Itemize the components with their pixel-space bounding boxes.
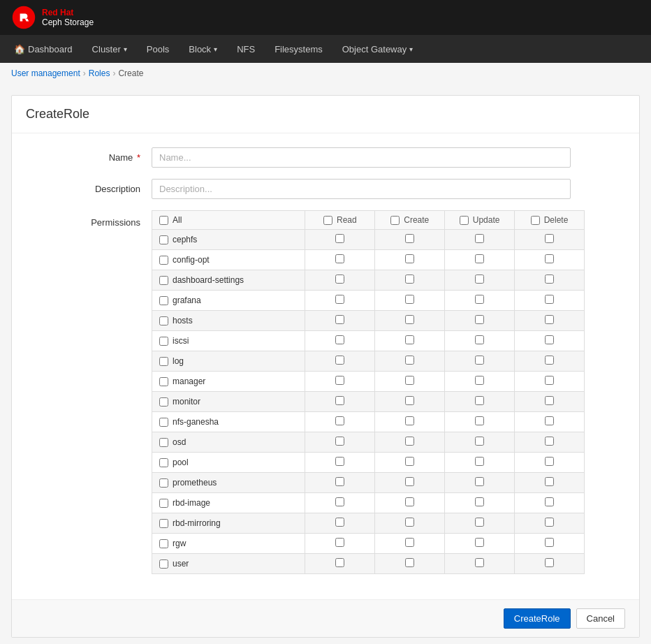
check-rgw-create[interactable] <box>405 538 414 547</box>
check-rbd-image-create[interactable] <box>405 497 414 506</box>
check-all-manager[interactable] <box>159 377 168 386</box>
check-rgw-update[interactable] <box>475 538 484 547</box>
nav-filesystems[interactable]: Filesystems <box>266 38 331 60</box>
check-pool-update[interactable] <box>475 457 484 466</box>
check-config-opt-delete[interactable] <box>545 254 554 263</box>
check-monitor-create[interactable] <box>405 396 414 405</box>
check-hosts-update[interactable] <box>475 315 484 324</box>
check-all-rbd-mirroring[interactable] <box>159 519 168 528</box>
check-grafana-create[interactable] <box>405 295 414 304</box>
check-rgw-read[interactable] <box>335 538 344 547</box>
check-hosts-create[interactable] <box>405 315 414 324</box>
check-grafana-read[interactable] <box>335 295 344 304</box>
description-input[interactable] <box>152 179 571 199</box>
check-nfs-ganesha-create[interactable] <box>405 416 414 425</box>
check-dashboard-settings-update[interactable] <box>475 275 484 284</box>
check-rbd-mirroring-read[interactable] <box>335 518 344 527</box>
check-osd-read[interactable] <box>335 437 344 446</box>
check-all-nfs-ganesha[interactable] <box>159 418 168 427</box>
check-manager-read[interactable] <box>335 376 344 385</box>
check-all-pool[interactable] <box>159 458 168 467</box>
check-prometheus-create[interactable] <box>405 477 414 486</box>
nav-cluster[interactable]: Cluster ▾ <box>84 38 136 60</box>
name-input[interactable] <box>152 147 571 168</box>
create-role-button[interactable]: CreateRole <box>504 608 571 629</box>
check-osd-delete[interactable] <box>545 437 554 446</box>
check-log-create[interactable] <box>405 356 414 365</box>
check-prometheus-delete[interactable] <box>545 477 554 486</box>
check-monitor-delete[interactable] <box>545 396 554 405</box>
check-cephfs-delete[interactable] <box>545 234 554 243</box>
check-all-user[interactable] <box>159 559 168 569</box>
check-iscsi-create[interactable] <box>405 335 414 344</box>
check-pool-create[interactable] <box>405 457 414 466</box>
check-rbd-image-read[interactable] <box>335 497 344 506</box>
check-rbd-image-update[interactable] <box>475 497 484 506</box>
check-config-opt-create[interactable] <box>405 254 414 263</box>
check-rbd-mirroring-update[interactable] <box>475 518 484 527</box>
check-osd-update[interactable] <box>475 437 484 446</box>
check-dashboard-settings-create[interactable] <box>405 275 414 284</box>
check-iscsi-delete[interactable] <box>545 335 554 344</box>
check-all-config-opt[interactable] <box>159 256 168 265</box>
check-nfs-ganesha-delete[interactable] <box>545 416 554 425</box>
check-all-hosts[interactable] <box>159 316 168 325</box>
check-hosts-read[interactable] <box>335 315 344 324</box>
check-hosts-delete[interactable] <box>545 315 554 324</box>
check-manager-create[interactable] <box>405 376 414 385</box>
check-cephfs-create[interactable] <box>405 234 414 243</box>
check-pool-delete[interactable] <box>545 457 554 466</box>
nav-object-gateway[interactable]: Object Gateway ▾ <box>334 38 422 60</box>
check-rbd-mirroring-create[interactable] <box>405 518 414 527</box>
check-nfs-ganesha-read[interactable] <box>335 416 344 425</box>
check-all-monitor[interactable] <box>159 397 168 407</box>
check-pool-read[interactable] <box>335 457 344 466</box>
nav-block[interactable]: Block ▾ <box>180 38 226 60</box>
check-cephfs-read[interactable] <box>335 234 344 243</box>
check-header-read[interactable] <box>323 216 332 225</box>
check-log-update[interactable] <box>475 356 484 365</box>
check-dashboard-settings-delete[interactable] <box>545 275 554 284</box>
check-user-read[interactable] <box>335 558 344 567</box>
breadcrumb-user-management[interactable]: User management <box>11 68 80 78</box>
check-grafana-delete[interactable] <box>545 295 554 304</box>
nav-pools[interactable]: Pools <box>138 38 178 60</box>
check-user-delete[interactable] <box>545 558 554 567</box>
check-all-grafana[interactable] <box>159 296 168 305</box>
check-iscsi-update[interactable] <box>475 335 484 344</box>
check-manager-update[interactable] <box>475 376 484 385</box>
check-grafana-update[interactable] <box>475 295 484 304</box>
check-manager-delete[interactable] <box>545 376 554 385</box>
check-prometheus-update[interactable] <box>475 477 484 486</box>
check-all-log[interactable] <box>159 357 168 366</box>
check-prometheus-read[interactable] <box>335 477 344 486</box>
check-config-opt-read[interactable] <box>335 254 344 263</box>
check-all-iscsi[interactable] <box>159 337 168 346</box>
check-rgw-delete[interactable] <box>545 538 554 547</box>
cancel-button[interactable]: Cancel <box>576 608 625 629</box>
breadcrumb-roles[interactable]: Roles <box>89 68 110 78</box>
check-osd-create[interactable] <box>405 437 414 446</box>
check-header-delete[interactable] <box>531 216 540 225</box>
check-config-opt-update[interactable] <box>475 254 484 263</box>
check-all-all[interactable] <box>159 216 168 225</box>
check-monitor-update[interactable] <box>475 396 484 405</box>
check-nfs-ganesha-update[interactable] <box>475 416 484 425</box>
nav-dashboard[interactable]: 🏠 Dashboard <box>6 38 81 60</box>
check-iscsi-read[interactable] <box>335 335 344 344</box>
check-header-update[interactable] <box>460 216 469 225</box>
check-all-prometheus[interactable] <box>159 478 168 488</box>
check-log-delete[interactable] <box>545 356 554 365</box>
check-rbd-image-delete[interactable] <box>545 497 554 506</box>
check-dashboard-settings-read[interactable] <box>335 275 344 284</box>
nav-nfs[interactable]: NFS <box>228 38 263 60</box>
check-log-read[interactable] <box>335 356 344 365</box>
check-cephfs-update[interactable] <box>475 234 484 243</box>
check-user-create[interactable] <box>405 558 414 567</box>
check-all-cephfs[interactable] <box>159 235 168 244</box>
check-rbd-mirroring-delete[interactable] <box>545 518 554 527</box>
check-header-create[interactable] <box>390 216 400 225</box>
check-monitor-read[interactable] <box>335 396 344 405</box>
check-user-update[interactable] <box>475 558 484 567</box>
check-all-osd[interactable] <box>159 438 168 447</box>
